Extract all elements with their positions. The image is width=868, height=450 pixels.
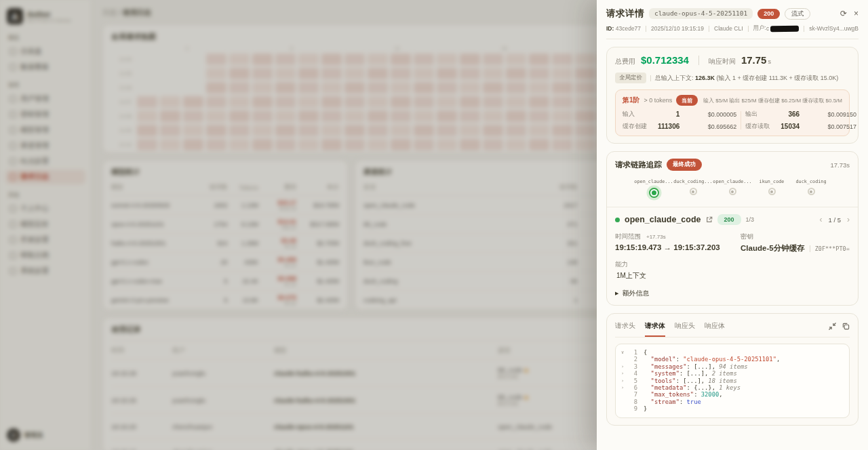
pricing-scope-badge: 全局定价 [615,73,646,83]
line-number: 2 [628,356,637,363]
trace-step-dot-icon [808,188,815,195]
model-badge: claude-opus-4-5-20251101 [649,8,753,19]
context-summary-row: 全局定价 总输入上下文: 126.3K (输入 1 + 缓存创建 111.3K … [615,73,850,83]
tab-请求头[interactable]: 请求头 [615,321,635,337]
code-line: ›4 "system": [...], 2 items [621,370,844,377]
request-detail-panel: 请求详情 claude-opus-4-5-20251101 200 流式 ⟳ ×… [597,0,868,450]
tier-cell-cost: $0.009150 [809,111,856,118]
collapse-icon[interactable] [829,321,836,333]
extra-info-toggle[interactable]: ▶ 额外信息 [615,289,850,298]
latency-label: 响应时间 [709,57,736,66]
token-p: : [679,398,687,405]
token-n: 32000 [701,391,719,398]
trace-step-label: open_claude... [634,179,673,184]
line-number: 5 [628,377,637,384]
current-channel-name: open_claude_code [625,215,701,224]
success-dot-icon [615,218,620,222]
capability-block: 能力 1M上下文 [615,260,741,281]
line-number: 6 [628,384,637,391]
trace-title: 请求链路追踪 [615,160,662,170]
copy-icon[interactable] [842,321,850,333]
trace-step-label: ikun_code [760,179,785,184]
external-link-icon[interactable] [706,216,713,223]
fold-spacer [621,405,628,412]
trace-steps: open_claude...duck_coding...open_claude.… [615,179,850,198]
token-p: : [...], [679,370,712,377]
tier-token-cell: 输出366$0.009150 [745,110,856,119]
token-k: "max_tokens" [651,391,694,398]
tab-响应体[interactable]: 响应体 [705,321,725,337]
refresh-icon[interactable]: ⟳ [840,9,847,18]
token-p: , [719,391,722,398]
capability-label: 能力 [615,260,741,269]
fold-spacer [621,356,628,363]
tier-cell-tokens: 1 [658,110,689,118]
pager-position: 1 / 5 [829,216,842,224]
fold-spacer [621,398,628,405]
trace-step-duck_coding...[interactable]: duck_coding... [678,179,708,198]
tier-rates: 输入 $5/M 输出 $25/M 缓存创建 $6.25/M 缓存读取 $0.5/… [703,97,842,104]
line-number: 8 [628,398,637,405]
trace-step-label: duck_coding... [673,179,712,184]
tier-cell-cost: $0.000005 [689,111,736,118]
tier-token-cell: 缓存读取15034$0.007517 [745,122,856,131]
tier-cell-label: 缓存读取 [745,122,781,131]
token-p: : [694,391,701,398]
api-key-masked: sk-WvzlSy4...uwgB [809,25,859,32]
json-code-viewer[interactable]: ∨1{2 "model": "claude-opus-4-5-20251101"… [615,344,850,418]
token-p: : [...], [676,377,709,384]
code-tokens: } [644,405,647,412]
tier-name: 第1阶 [623,96,640,105]
fold-closed-icon[interactable]: › [621,370,628,377]
close-icon[interactable]: × [854,9,859,18]
channel-status-badge: 200 [717,214,741,225]
code-tokens: "tools": [...], 18 items [644,377,737,384]
extra-info-label: 额外信息 [622,289,649,298]
token-b: true [687,398,701,405]
key-label: 密钥 [741,232,850,241]
token-k: "model" [651,356,676,363]
fold-open-icon[interactable]: ∨ [621,349,628,356]
code-line: ›5 "tools": [...], 18 items [621,377,844,384]
trace-step-open_claude...[interactable]: open_claude... [639,179,669,198]
tier-cell-cost: $0.695662 [689,123,736,130]
tier-cell-tokens: 366 [781,110,809,118]
client-name: Claude CLI [714,25,743,32]
key-name: Claude-5分钟缓存 [741,243,805,253]
tab-请求体[interactable]: 请求体 [645,321,665,337]
trace-card: 请求链路追踪 最终成功 17.73s open_claude...duck_co… [606,151,859,306]
token-p: : [...], [687,363,719,370]
status-code-badge: 200 [757,9,780,19]
trace-step-duck_coding[interactable]: duck_coding [796,179,826,198]
key-masked-value: Z0F***PT0= [810,245,850,252]
pager-prev-icon[interactable]: ‹ [820,215,823,224]
user-prefix: c [766,25,769,32]
trace-step-ikun_code[interactable]: ikun_code [757,179,787,198]
latency-unit: s [768,58,771,65]
cost-summary-card: 总费用 $0.712334 响应时间 17.75 s 全局定价 总输入上下文: … [606,47,859,144]
pager-next-icon[interactable]: › [847,215,850,224]
time-range-label: 时间范围 [615,232,641,241]
token-m: 1 keys [719,384,741,391]
tier-cell-label: 输出 [745,110,781,119]
code-tokens: "stream": true [644,398,701,405]
tier-cell-label: 缓存创建 [623,122,658,131]
redacted-user [770,25,799,31]
trace-step-label: open_claude... [713,179,751,184]
fold-closed-icon[interactable]: › [621,363,628,370]
tab-响应头[interactable]: 响应头 [675,321,695,337]
trace-step-dot-icon [729,188,736,195]
fold-closed-icon[interactable]: › [621,377,628,384]
request-meta-row: ID: 43cede77 2025/12/10 19:15:19 Claude … [606,24,859,33]
code-line: ›6 "metadata": {...}, 1 keys [621,384,844,391]
tier-current-badge: 当前 [676,95,698,106]
total-cost-value: $0.712334 [641,54,689,66]
token-p: } [644,405,647,412]
trace-step-open_claude...[interactable]: open_claude... [717,179,747,198]
fold-closed-icon[interactable]: › [621,384,628,391]
pricing-tier-box: 第1阶 > 0 tokens 当前 输入 $5/M 输出 $25/M 缓存创建 … [615,89,850,136]
tier-range: > 0 tokens [644,97,673,104]
trace-total-time: 17.73s [830,161,850,169]
final-success-badge: 最终成功 [667,159,702,171]
capability-value: 1M上下文 [615,271,741,281]
